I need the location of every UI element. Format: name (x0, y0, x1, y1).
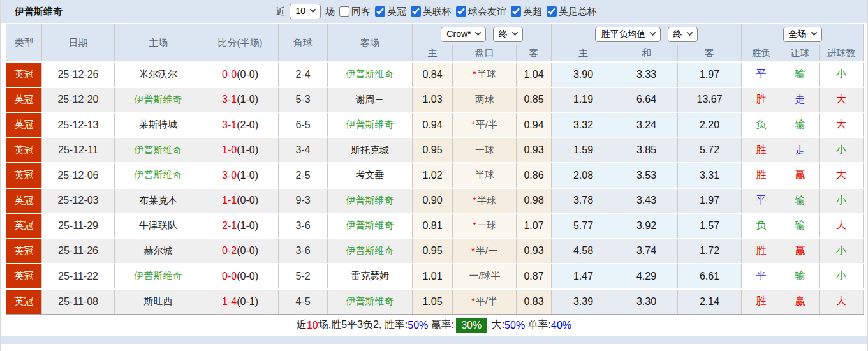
odds-away: 6.61 (678, 264, 742, 289)
odds-home: 3.32 (552, 112, 615, 138)
handicap-result: 走 (781, 87, 820, 113)
home-team[interactable]: 布莱克本 (115, 188, 202, 214)
away-team[interactable]: 伊普斯维奇 (328, 213, 413, 239)
score-cell: 3-1(2-0) (202, 112, 279, 138)
handicap-time-select[interactable]: 终 (493, 27, 523, 42)
league-filter-checkbox[interactable] (411, 6, 421, 17)
handicap-away-odds: 0.83 (517, 289, 552, 315)
outcome-result: 胜 (742, 239, 781, 264)
team-header-bar: 伊普斯维奇 近 10 场 同客 英冠 英联杯 球会友谊 (1, 0, 867, 24)
odds-away: 5.72 (678, 138, 742, 163)
outcome-result: 胜 (742, 87, 781, 113)
col-header-odds-away: 客 (678, 45, 742, 62)
league-badge: 英冠 (6, 62, 42, 87)
bookmaker-select[interactable]: Crow* (441, 27, 486, 42)
summary-bar: 近10场,胜5平3负2, 胜率:50% 赢率:30% 大:50% 单率:40% (6, 315, 862, 336)
odds-away: 3.31 (678, 163, 742, 188)
fulltime-score: 0-0 (222, 69, 237, 80)
fulltime-score: 3-0 (222, 170, 237, 181)
recent-label: 近 (276, 6, 285, 18)
match-date: 25-12-20 (42, 87, 115, 113)
league-filter-checkbox[interactable] (511, 6, 521, 17)
summary-big-label: 大: (489, 318, 504, 332)
handicap-line-text: 一球 (475, 144, 494, 155)
match-date: 25-11-29 (42, 213, 115, 239)
outcome-result: 平 (742, 188, 781, 214)
fulltime-score: 1-4 (222, 296, 237, 307)
goals-result: 大 (820, 213, 864, 239)
odds-draw: 3.92 (615, 213, 678, 239)
matches-table-wrap: 类型 日期 主场 比分(半场) 角球 客场 Crow* 终 胜平负均值 终 全场… (1, 24, 867, 336)
odds-away: 13.67 (678, 87, 742, 113)
handicap-line: *平/半 (453, 289, 517, 315)
summary-win-rate: 50% (408, 320, 428, 331)
league-badge: 英冠 (6, 163, 42, 188)
handicap-result: 输 (781, 188, 820, 214)
summary-profit-label: 赢率: (428, 318, 454, 332)
match-date: 25-11-22 (42, 264, 115, 289)
handicap-away-odds: 0.93 (517, 138, 552, 163)
goals-result: 小 (820, 62, 864, 87)
filter-controls: 近 10 场 同客 英冠 英联杯 球会友谊 英超 (276, 4, 597, 19)
corners: 3-6 (279, 239, 328, 264)
league-badge: 英冠 (6, 87, 42, 113)
score-cell: 3-1(1-0) (202, 87, 279, 113)
home-team[interactable]: 米尔沃尔 (115, 62, 202, 87)
away-team[interactable]: 考文垂 (328, 163, 413, 188)
odds-away: 2.20 (678, 112, 742, 138)
odds-draw: 4.29 (615, 264, 678, 289)
home-team[interactable]: 伊普斯维奇 (115, 163, 202, 188)
league-filter-checkbox[interactable] (547, 6, 557, 17)
match-date: 25-11-08 (42, 289, 115, 315)
odds-type-select[interactable]: 胜平负均值 (595, 27, 661, 42)
league-filter-label: 英联杯 (423, 6, 452, 18)
goals-result: 小 (820, 239, 864, 264)
away-team[interactable]: 伊普斯维奇 (328, 112, 413, 138)
league-filter-checkbox[interactable] (375, 6, 385, 17)
same-away-filter: 同客 (339, 6, 371, 18)
home-team[interactable]: 伊普斯维奇 (115, 264, 202, 289)
match-date: 25-12-13 (42, 112, 115, 138)
handicap-line: *一球 (453, 213, 517, 239)
summary-recent-label: 近 (297, 318, 307, 332)
away-team[interactable]: 斯托克城 (328, 138, 413, 163)
odds-draw: 3.24 (615, 112, 678, 138)
away-team[interactable]: 雷克瑟姆 (328, 264, 413, 289)
same-away-checkbox[interactable] (339, 6, 349, 17)
fulltime-score: 0-2 (222, 245, 237, 256)
home-team[interactable]: 莱斯特城 (115, 112, 202, 138)
goals-result: 小 (820, 188, 864, 214)
odds-away: 1.97 (678, 62, 742, 87)
handicap-home-odds: 0.81 (413, 213, 453, 239)
away-team[interactable]: 伊普斯维奇 (328, 239, 413, 264)
match-row: 英冠 25-11-29 牛津联队 2-1(1-0) 3-6 伊普斯维奇 0.81… (6, 213, 864, 239)
col-header-score: 比分(半场) (202, 24, 279, 62)
handicap-star: * (471, 119, 475, 130)
odds-time-select[interactable]: 终 (668, 27, 698, 42)
halftime-score: (2-0) (237, 119, 258, 130)
corners: 3-6 (279, 213, 328, 239)
handicap-line-text: 两球 (475, 94, 494, 105)
corners: 2-4 (279, 62, 328, 87)
away-team[interactable]: 伊普斯维奇 (328, 62, 413, 87)
home-team[interactable]: 赫尔城 (115, 239, 202, 264)
away-team[interactable]: 谢周三 (328, 87, 413, 113)
league-filter-checkbox[interactable] (456, 6, 466, 17)
away-team[interactable]: 伊普斯维奇 (328, 188, 413, 214)
home-team[interactable]: 斯旺西 (115, 289, 202, 315)
away-team[interactable]: 伊普斯维奇 (328, 289, 413, 315)
corners: 9-3 (279, 188, 328, 214)
handicap-away-odds: 0.85 (517, 87, 552, 113)
odds-away: 2.14 (678, 289, 742, 315)
recent-count-select[interactable]: 10 (290, 4, 321, 19)
handicap-line-text: 一/球半 (469, 270, 500, 281)
home-team[interactable]: 牛津联队 (115, 213, 202, 239)
home-team[interactable]: 伊普斯维奇 (115, 138, 202, 163)
halftime-score: (1-0) (237, 220, 258, 231)
home-team[interactable]: 伊普斯维奇 (115, 87, 202, 113)
goals-result: 小 (820, 264, 864, 289)
goals-result: 大 (820, 112, 864, 138)
scope-select[interactable]: 全场 (783, 27, 822, 42)
score-cell: 0-2(0-0) (202, 239, 279, 264)
match-row: 英冠 25-12-03 布莱克本 1-1(0-0) 9-3 伊普斯维奇 0.90… (6, 188, 864, 214)
